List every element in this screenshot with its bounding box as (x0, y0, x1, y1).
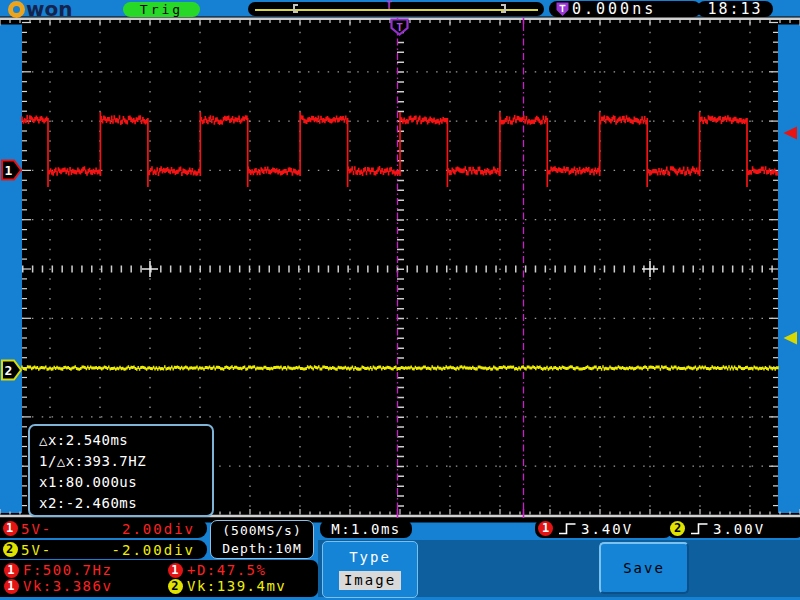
meas3-value: Vk:3.386v (23, 578, 112, 594)
rising-edge-icon (689, 521, 709, 536)
window-bracket-left (293, 4, 298, 13)
measurements-panel: 1 F:500.7Hz 1 +D:47.5% 1 Vk:3.386v 2 Vk:… (0, 560, 318, 597)
svg-text:2: 2 (5, 363, 13, 378)
trigger1-level-value: 3.40V (581, 521, 633, 537)
oscilloscope-screen: won Trig T 0.000ns 18:13 12T △x:2.540ms … (0, 0, 800, 600)
timebase-pill: M:1.0ms (320, 520, 412, 538)
channel2-settings-row: 2 5V- -2.00div (0, 540, 207, 559)
meas3-channel-badge: 1 (4, 579, 19, 594)
channel1-badge: 1 (3, 521, 18, 536)
channel1-settings-row: 1 5V- 2.00div (0, 519, 207, 538)
trigger-status-badge: Trig (123, 2, 200, 17)
clock: 18:13 (697, 1, 773, 17)
trigger2-level-pill: 2 3.00V (667, 519, 800, 538)
cursor-measurement-panel: △x:2.540ms 1/△x:393.7HZ x1:80.000us x2:-… (28, 424, 214, 517)
logo-text: won (26, 1, 72, 17)
measurement-vpp-ch2: 2 Vk:139.4mv (168, 578, 316, 594)
trigger-shield-icon (556, 2, 569, 17)
type-label: Type (349, 549, 391, 565)
memory-trigger-marker: T (386, 0, 392, 11)
trigger2-level-value: 3.00V (713, 521, 765, 537)
cursor-inv-delta-x: 1/△x:393.7HZ (39, 451, 212, 472)
trigger2-channel-badge: 2 (670, 521, 685, 536)
type-value-image: Image (339, 571, 401, 590)
measurement-duty: 1 +D:47.5% (168, 562, 316, 578)
trigger1-level-arrow (784, 127, 798, 140)
measurement-frequency: 1 F:500.7Hz (4, 562, 168, 578)
meas2-value: +D:47.5% (187, 562, 266, 578)
meas4-value: Vk:139.4mv (187, 578, 286, 594)
trigger1-channel-badge: 1 (538, 521, 553, 536)
svg-text:1: 1 (5, 163, 13, 178)
cursor-x1: x1:80.000us (39, 472, 212, 493)
channel2-badge: 2 (3, 542, 18, 557)
meas2-channel-badge: 1 (168, 563, 183, 578)
cursor-x2: x2:-2.460ms (39, 493, 212, 514)
logo-ring-icon (8, 1, 25, 18)
owon-logo: won (8, 0, 72, 18)
acquisition-panel: (500MS/s) Depth:10M (210, 520, 314, 559)
save-button[interactable]: Save (599, 542, 689, 594)
channel1-scale: 5V- (21, 521, 52, 537)
window-bracket-right (501, 4, 506, 13)
trigger2-level-arrow (784, 332, 798, 345)
meas4-channel-badge: 2 (168, 579, 183, 594)
sample-rate: (500MS/s) (222, 523, 301, 538)
cursor-delta-x: △x:2.540ms (39, 430, 212, 451)
trigger-time-value: 0.000ns (572, 0, 656, 18)
meas1-channel-badge: 1 (4, 563, 19, 578)
svg-text:T: T (396, 21, 403, 34)
rising-edge-icon (557, 521, 577, 536)
meas1-value: F:500.7Hz (23, 562, 112, 578)
type-image-button[interactable]: Type Image (322, 541, 418, 598)
measurement-vpp-ch1: 1 Vk:3.386v (4, 578, 168, 594)
trigger1-level-pill: 1 3.40V (535, 519, 672, 538)
channel1-position: 2.00div (122, 521, 195, 537)
channel2-position: -2.00div (112, 542, 195, 558)
channel2-scale: 5V- (21, 542, 52, 558)
trigger-time-pill: 0.000ns (549, 1, 701, 17)
memory-depth: Depth:10M (222, 541, 301, 556)
memory-window-indicator: T (248, 2, 544, 16)
